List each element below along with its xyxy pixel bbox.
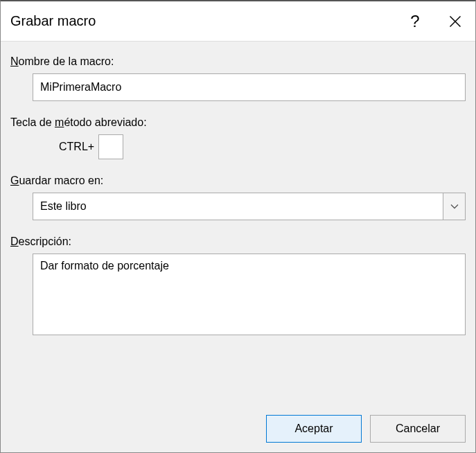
description-label: Descripción: <box>10 236 466 248</box>
macro-name-label: Nombre de la macro: <box>10 55 466 68</box>
shortcut-key-input[interactable] <box>98 134 123 159</box>
store-select-value: Este libro <box>33 193 443 220</box>
record-macro-dialog: Grabar macro ? Nombre de la macro: Tecla… <box>0 0 476 453</box>
close-button[interactable] <box>435 1 475 41</box>
store-select[interactable]: Este libro <box>33 193 466 220</box>
description-textarea[interactable] <box>33 254 466 335</box>
titlebar: Grabar macro ? <box>1 1 475 42</box>
button-row: Aceptar Cancelar <box>10 401 466 443</box>
store-section: Guardar macro en: Este libro <box>10 175 466 220</box>
accept-button[interactable]: Aceptar <box>266 415 362 443</box>
description-section: Descripción: <box>10 236 466 337</box>
help-button[interactable]: ? <box>395 1 435 41</box>
help-icon: ? <box>410 12 419 31</box>
shortcut-section: Tecla de método abreviado: CTRL+ <box>10 116 466 159</box>
shortcut-row: CTRL+ <box>59 134 466 159</box>
cancel-button[interactable]: Cancelar <box>370 415 466 443</box>
store-select-arrow <box>443 193 465 220</box>
store-label: Guardar macro en: <box>10 175 466 187</box>
shortcut-prefix: CTRL+ <box>59 141 94 153</box>
shortcut-label: Tecla de método abreviado: <box>10 116 466 129</box>
chevron-down-icon <box>450 204 459 209</box>
titlebar-controls: ? <box>395 1 475 41</box>
dialog-body: Nombre de la macro: Tecla de método abre… <box>1 42 475 452</box>
dialog-title: Grabar macro <box>10 13 96 29</box>
macro-name-section: Nombre de la macro: <box>10 55 466 101</box>
macro-name-input[interactable] <box>33 73 466 101</box>
close-icon <box>449 15 461 28</box>
